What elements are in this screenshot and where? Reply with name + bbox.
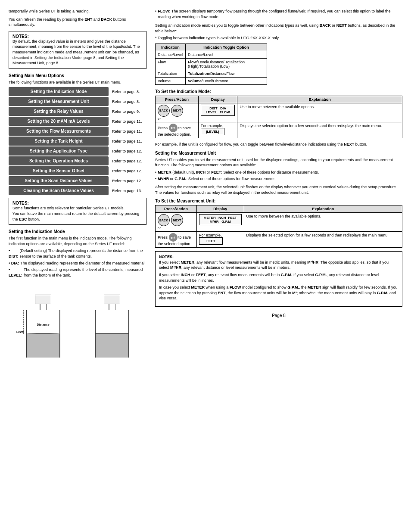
toggle-table: Indication Indication Toggle Option Dist… bbox=[155, 44, 267, 85]
toggle-indication: Distance/Level bbox=[156, 51, 186, 58]
refer-text: Refer to page 12. bbox=[112, 179, 146, 183]
refer-text: Refer to page 12. bbox=[112, 159, 146, 163]
table-row: BACK NEXT or METER INCH FEETM³HR G.P.M U… bbox=[156, 213, 402, 232]
menu-item[interactable]: Setting the Sensor Offset bbox=[9, 166, 109, 175]
explanation-cell-2: Displays the selected option for a few s… bbox=[237, 122, 402, 138]
menu-item[interactable]: Setting the Relay Values bbox=[9, 107, 109, 116]
menu-item[interactable]: Setting the Measurement Unit bbox=[9, 97, 109, 106]
set-measurement-table: Press/Action Display Explanation BACK NE… bbox=[155, 205, 402, 248]
notes-content: By default, the displayed value is in me… bbox=[12, 39, 143, 66]
refer-text: Refer to page 11. bbox=[112, 139, 146, 143]
intro-text: temporarily while Series UT is taking a … bbox=[9, 9, 146, 14]
flow-bullet: • FLOW: The screen displays temporary fl… bbox=[155, 9, 402, 19]
toggle-option: Totalization/Distance/Flow bbox=[186, 70, 267, 77]
display-box-2: METER INCH FEETM³HR G.P.M bbox=[199, 214, 242, 225]
sensor-left bbox=[35, 295, 51, 304]
table-row: BACK NEXT or DIST DIALEVEL FLOW Use to m… bbox=[156, 103, 402, 122]
menu-item[interactable]: Setting the Operation Modes bbox=[9, 156, 109, 165]
indication-mode-title: Setting the Indication Mode bbox=[9, 229, 146, 234]
bottom-notes-line2: You can leave the main menu and return t… bbox=[12, 211, 143, 222]
bullet-dia: • DIA: The displayed reading represents … bbox=[9, 261, 146, 266]
notes-title: NOTES: bbox=[12, 34, 143, 39]
explanation-cell-4: Displays the selected option for a few s… bbox=[244, 232, 402, 248]
set-measurement-title: To Set the Measurement Unit: bbox=[155, 199, 402, 203]
toggle-option: Flow/Level/Distance/ Totalization (High)… bbox=[186, 58, 267, 70]
th-display-1: Display bbox=[198, 96, 237, 103]
menu-item[interactable]: Setting the Application Type bbox=[9, 146, 109, 156]
set-indication-title: To Set the Indication Mode: bbox=[155, 89, 402, 94]
menu-row: Setting the Indication ModeRefer to page… bbox=[9, 87, 146, 96]
bullet-dist: • DIST: (Default setting) The displayed … bbox=[9, 248, 146, 259]
menu-item[interactable]: Setting the Indication Mode bbox=[9, 87, 109, 96]
next-button-2: NEXT bbox=[171, 214, 183, 226]
level-label-left: Level bbox=[16, 330, 24, 333]
th-explanation-1: Explanation bbox=[237, 96, 402, 103]
notes-title-right: NOTES: bbox=[159, 254, 399, 260]
next-button-display: NEXT bbox=[171, 105, 183, 117]
notes-line1: If you select METER, any relevant flow m… bbox=[159, 260, 399, 271]
menu-row: Clearing the Scan Distance ValuesRefer t… bbox=[9, 186, 146, 195]
display-cell-4: For example, FEET bbox=[196, 232, 244, 248]
explanation-cell-3: Use to move between the available option… bbox=[244, 213, 402, 232]
display-cell-3: METER INCH FEETM³HR G.P.M bbox=[196, 213, 244, 232]
table-row: FlowFlow/Level/Distance/ Totalization (H… bbox=[156, 58, 267, 70]
bottom-notes-title: NOTES: bbox=[12, 201, 143, 205]
bottom-notes-line1: Some functions are only relevant for par… bbox=[12, 205, 143, 211]
th-display-2: Display bbox=[196, 205, 244, 213]
display-box-feet: FEET bbox=[199, 237, 223, 245]
menu-item[interactable]: Setting the 20 mA/4 mA Levels bbox=[9, 117, 109, 126]
menu-row: Setting the Relay ValuesRefer to page 9. bbox=[9, 107, 146, 116]
toggle-header-indication: Indication bbox=[156, 44, 186, 51]
table-row: TotalizationTotalization/Distance/Flow bbox=[156, 70, 267, 77]
table-row: Press ent to savethe selected option. Fo… bbox=[156, 122, 402, 138]
or-text-2: or bbox=[158, 226, 194, 230]
measurement-bullet-meter: • METER (default unit), INCH or FEET: Se… bbox=[155, 170, 402, 175]
menu-row: Setting the Scan Distance ValuesRefer to… bbox=[9, 176, 146, 185]
explanation-cell-1: Use to move between the available option… bbox=[237, 103, 402, 122]
notes-line3: In case you select METER when using a FL… bbox=[159, 285, 399, 301]
menu-item[interactable]: Clearing the Scan Distance Values bbox=[9, 186, 109, 195]
ent-circle-1: ent bbox=[169, 124, 177, 132]
measurement-bullet-m3: • M³/HR or G.P.M.: Select one of these o… bbox=[155, 176, 402, 182]
press-action-save-2: Press ent to savethe selected option. bbox=[156, 232, 197, 248]
main-menu-title: Setting Main Menu Options bbox=[9, 73, 146, 78]
main-menu-desc: The following functions are available in… bbox=[9, 80, 146, 85]
toggle-option: Volume/Level/Distance bbox=[186, 77, 267, 84]
refresh-text: You can refresh the reading by pressing … bbox=[9, 17, 146, 28]
distance-label: Distance bbox=[37, 323, 49, 326]
toggle-footnote: * Toggling between indication types is a… bbox=[155, 35, 402, 41]
notes-box-right: NOTES: If you select METER, any relevant… bbox=[155, 251, 402, 307]
toggle-example-text: For example, if the unit is configured f… bbox=[155, 142, 402, 147]
set-indication-table: Press/Action Display Explanation BACK NE… bbox=[155, 96, 402, 138]
refer-text: Refer to page 8. bbox=[112, 100, 146, 104]
th-explanation-2: Explanation bbox=[244, 205, 402, 213]
refer-text: Refer to page 12. bbox=[112, 149, 146, 153]
refer-text: Refer to page 11. bbox=[112, 129, 146, 134]
toggle-option: Distance/Level bbox=[186, 51, 267, 58]
press-action-buttons: BACK NEXT or bbox=[156, 103, 199, 122]
menu-row: Setting the Operation ModesRefer to page… bbox=[9, 156, 146, 165]
menu-item[interactable]: Setting the Scan Distance Values bbox=[9, 176, 109, 185]
back-button-2: BACK bbox=[158, 214, 170, 226]
toggle-indication: Flow bbox=[156, 58, 186, 70]
menu-row: Setting the Measurement UnitRefer to pag… bbox=[9, 97, 146, 106]
measurement-unit-title: Setting the Measurement Unit bbox=[155, 151, 402, 156]
page-number: Page 8 bbox=[155, 313, 402, 318]
refer-text: Refer to page 9. bbox=[112, 109, 146, 114]
refer-text: Refer to page 12. bbox=[112, 169, 146, 173]
refer-text: Refer to page 11. bbox=[112, 119, 146, 124]
menu-item[interactable]: Setting the Flow Measurements bbox=[9, 127, 109, 136]
tank-right bbox=[95, 310, 129, 358]
display-box-1: DIST DIALEVEL FLOW bbox=[201, 105, 235, 116]
menu-item[interactable]: Setting the Tank Height bbox=[9, 137, 109, 146]
display-cell-1: DIST DIALEVEL FLOW bbox=[198, 103, 237, 122]
toggle-indication: Volume bbox=[156, 77, 186, 84]
display-cell-2: For example, |LEVEL| bbox=[198, 122, 237, 138]
menu-row: Setting the Tank HeightRefer to page 11. bbox=[9, 137, 146, 146]
diagram-area: Distance Level bbox=[9, 282, 146, 358]
toggle-intro: Setting an indication mode enables you t… bbox=[155, 23, 402, 34]
refer-text: Refer to page 8. bbox=[112, 90, 146, 94]
measurement-unit-desc: Series UT enables you to set the measure… bbox=[155, 157, 402, 168]
menu-items-list: Setting the Indication ModeRefer to page… bbox=[9, 87, 146, 195]
menu-row: Setting the 20 mA/4 mA LevelsRefer to pa… bbox=[9, 117, 146, 126]
